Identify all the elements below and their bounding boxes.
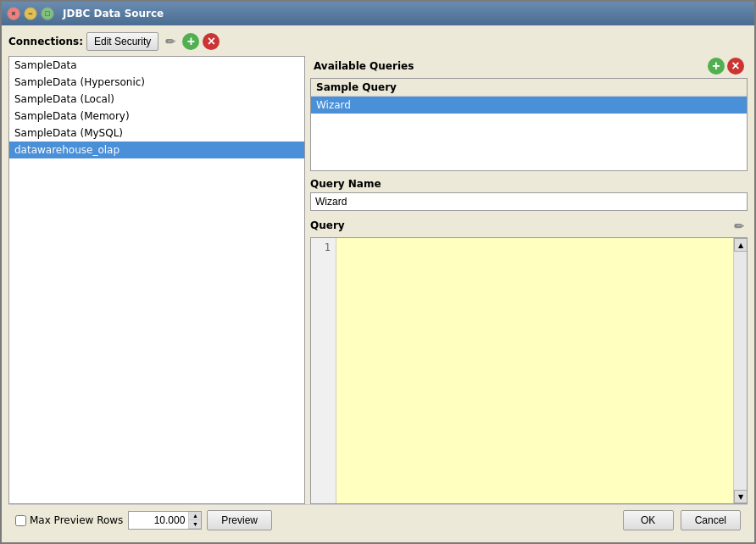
content-area: Connections: Edit Security ✏ + × SampleD…	[2, 25, 754, 542]
list-item[interactable]: SampleData (Memory)	[9, 108, 304, 125]
query-section-header: Query ✏	[310, 218, 748, 235]
list-item-selected[interactable]: datawarehouse_olap	[9, 142, 304, 158]
editor-scrollbar: ▲ ▼	[733, 238, 747, 503]
title-bar: × − □ JDBC Data Source	[2, 2, 754, 25]
connections-list-panel: SampleData SampleData (Hypersonic) Sampl…	[8, 56, 305, 504]
cancel-button[interactable]: Cancel	[681, 510, 741, 530]
edit-security-button[interactable]: Edit Security	[86, 32, 158, 51]
max-preview-rows-checkbox-label: Max Preview Rows	[15, 514, 123, 526]
add-query-button[interactable]: +	[708, 58, 725, 75]
query-section: Query ✏ 1 ▲ ▼	[310, 218, 748, 504]
query-item-selected[interactable]: Wizard	[311, 97, 747, 114]
spin-buttons: ▲ ▼	[188, 512, 201, 529]
queries-column-header: Sample Query	[311, 79, 747, 97]
connections-list[interactable]: SampleData SampleData (Hypersonic) Sampl…	[9, 57, 304, 503]
ok-button[interactable]: OK	[623, 510, 674, 530]
query-label: Query	[310, 219, 345, 231]
maximize-window-button[interactable]: □	[41, 7, 54, 20]
close-window-button[interactable]: ×	[7, 7, 20, 20]
connections-label: Connections:	[8, 36, 83, 47]
bottom-bar: Max Preview Rows ▲ ▼ Preview OK Cancel	[8, 504, 748, 536]
spin-up-button[interactable]: ▲	[189, 512, 201, 520]
list-item[interactable]: SampleData (Hypersonic)	[9, 74, 304, 91]
queries-list[interactable]: Sample Query Wizard	[310, 78, 748, 171]
scroll-thumb-area[interactable]	[734, 252, 747, 490]
preview-button[interactable]: Preview	[207, 510, 272, 530]
available-queries-icons: + ×	[708, 58, 744, 75]
line-numbers: 1	[311, 238, 336, 503]
query-editor: 1 ▲ ▼	[310, 237, 748, 504]
scroll-up-arrow[interactable]: ▲	[734, 238, 748, 252]
remove-query-button[interactable]: ×	[727, 58, 744, 75]
top-bar: Connections: Edit Security ✏ + ×	[8, 32, 748, 51]
max-preview-rows-input[interactable]	[129, 513, 188, 528]
available-queries-header: Available Queries + ×	[310, 56, 748, 76]
remove-connection-button[interactable]: ×	[203, 33, 220, 50]
query-editor-content[interactable]	[336, 238, 733, 503]
window-title: JDBC Data Source	[63, 8, 164, 19]
edit-query-button[interactable]: ✏	[731, 218, 748, 235]
add-connection-button[interactable]: +	[182, 33, 199, 50]
query-name-section: Query Name	[310, 178, 748, 211]
preview-section: Max Preview Rows ▲ ▼ Preview	[15, 510, 272, 530]
edit-connection-button[interactable]: ✏	[162, 33, 179, 50]
right-panel: Available Queries + × Sample Query Wizar…	[310, 56, 748, 504]
query-name-label: Query Name	[310, 178, 748, 190]
query-name-input[interactable]	[310, 192, 748, 211]
spin-down-button[interactable]: ▼	[189, 520, 201, 529]
max-preview-rows-input-group: ▲ ▼	[128, 511, 202, 530]
scroll-down-arrow[interactable]: ▼	[734, 490, 748, 503]
main-window: × − □ JDBC Data Source Connections: Edit…	[0, 0, 756, 544]
list-item[interactable]: SampleData (MySQL)	[9, 125, 304, 142]
max-preview-rows-label: Max Preview Rows	[30, 514, 123, 526]
panels-row: SampleData SampleData (Hypersonic) Sampl…	[8, 56, 748, 504]
max-preview-rows-checkbox[interactable]	[15, 515, 26, 526]
available-queries-title: Available Queries	[314, 60, 414, 72]
line-number-1: 1	[316, 241, 331, 253]
list-item[interactable]: SampleData	[9, 57, 304, 74]
list-item[interactable]: SampleData (Local)	[9, 91, 304, 108]
minimize-window-button[interactable]: −	[24, 7, 37, 20]
